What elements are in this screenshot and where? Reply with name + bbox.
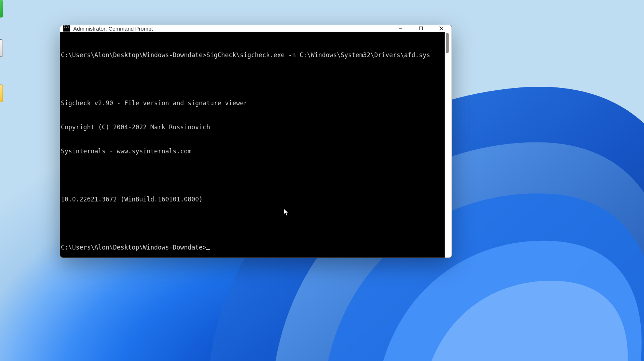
- console-output-line: Sysinternals - www.sysinternals.com: [60, 147, 452, 155]
- console-command-text: SigCheck\sigcheck.exe -n C:\Windows\Syst…: [206, 51, 430, 59]
- console-output-line: Sigcheck v2.90 - File version and signat…: [60, 99, 452, 107]
- console-scrollbar[interactable]: [445, 32, 452, 258]
- console-prompt: C:\Users\Alon\Desktop\Windows-Downdate>: [61, 51, 206, 59]
- console-output-line: Copyright (C) 2004-2022 Mark Russinovich: [60, 123, 452, 131]
- minimize-icon: [398, 26, 403, 31]
- console-scrollbar-thumb[interactable]: [446, 33, 449, 53]
- svg-rect-1: [419, 27, 423, 30]
- console-blank-line: [60, 219, 452, 227]
- console-prompt: C:\Users\Alon\Desktop\Windows-Downdate>: [61, 244, 206, 251]
- console-output[interactable]: C:\Users\Alon\Desktop\Windows-Downdate>S…: [60, 32, 452, 258]
- command-prompt-window: Administrator: Command Prompt: [60, 25, 452, 258]
- console-blank-line: [60, 171, 452, 179]
- minimize-button[interactable]: [390, 25, 411, 32]
- close-icon: [439, 26, 444, 31]
- console-blank-line: [60, 75, 452, 83]
- console-command-line: C:\Users\Alon\Desktop\Windows-Downdate>S…: [60, 51, 452, 59]
- maximize-icon: [419, 26, 423, 31]
- console-cursor: [206, 249, 210, 250]
- window-title: Administrator: Command Prompt: [73, 25, 153, 32]
- close-button[interactable]: [431, 25, 452, 32]
- console-output-line: 10.0.22621.3672 (WinBuild.160101.0800): [60, 195, 452, 203]
- titlebar[interactable]: Administrator: Command Prompt: [60, 25, 452, 32]
- maximize-button[interactable]: [411, 25, 431, 32]
- console-prompt-line: C:\Users\Alon\Desktop\Windows-Downdate>: [60, 243, 452, 251]
- cmd-icon: [63, 25, 70, 32]
- titlebar-buttons: [390, 25, 452, 32]
- client-area: C:\Users\Alon\Desktop\Windows-Downdate>S…: [60, 32, 452, 258]
